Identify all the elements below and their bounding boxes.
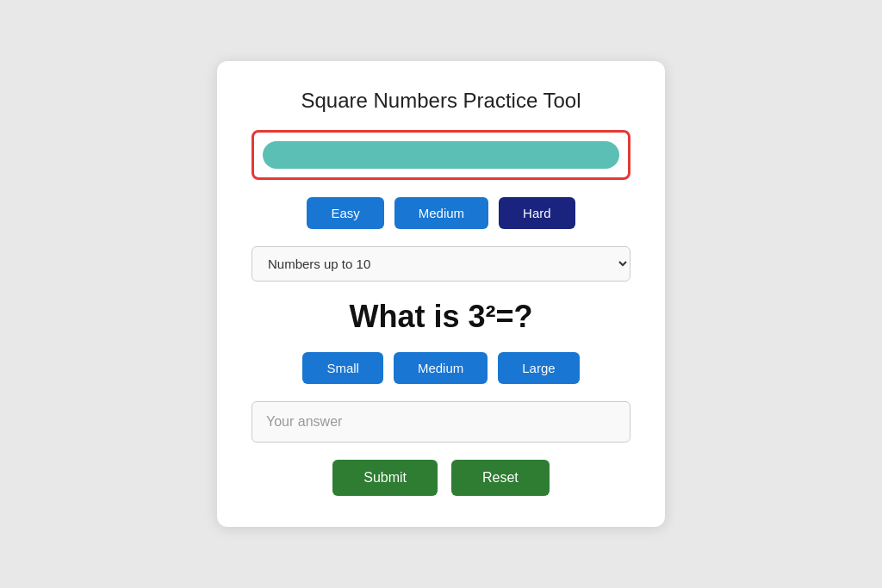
range-select[interactable]: Numbers up to 5 Numbers up to 10 Numbers… [252, 246, 630, 282]
action-buttons-group: Submit Reset [332, 460, 550, 496]
answer-input[interactable] [252, 401, 630, 443]
medium-size-button[interactable]: Medium [394, 352, 488, 384]
progress-container [252, 130, 630, 180]
reset-button[interactable]: Reset [451, 460, 550, 496]
medium-button[interactable]: Medium [394, 197, 488, 229]
size-buttons-group: Small Medium Large [302, 352, 579, 384]
question-text: What is 3²=? [349, 299, 532, 335]
small-button[interactable]: Small [302, 352, 383, 384]
submit-button[interactable]: Submit [332, 460, 438, 496]
range-dropdown-wrapper: Numbers up to 5 Numbers up to 10 Numbers… [252, 246, 630, 282]
difficulty-buttons-group: Easy Medium Hard [307, 197, 575, 229]
page-title: Square Numbers Practice Tool [301, 89, 581, 113]
main-card: Square Numbers Practice Tool Easy Medium… [217, 61, 665, 527]
easy-button[interactable]: Easy [307, 197, 383, 229]
progress-bar [263, 141, 619, 169]
hard-button[interactable]: Hard [499, 197, 575, 229]
large-button[interactable]: Large [498, 352, 579, 384]
